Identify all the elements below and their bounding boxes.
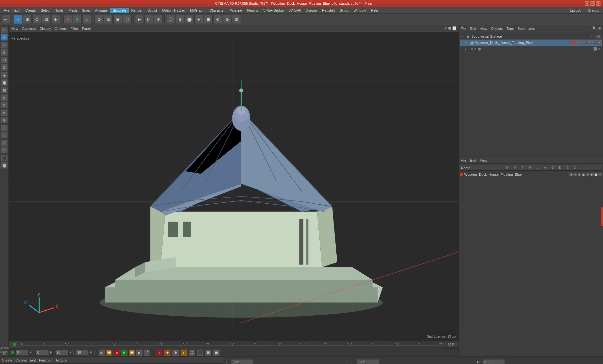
mat-tab-function[interactable]: Function — [39, 358, 52, 362]
sidebar-obj1[interactable]: ⬡ — [1, 56, 8, 63]
vp-tab-display[interactable]: Display — [40, 27, 51, 30]
obj-tab-bookmarks[interactable]: Bookmarks — [518, 27, 535, 30]
menu-window[interactable]: Window — [351, 8, 368, 13]
menu-edit[interactable]: Edit — [12, 8, 23, 13]
stop-btn[interactable]: ⏹ — [113, 349, 120, 356]
sidebar-obj5[interactable]: ▦ — [1, 87, 8, 94]
tool-rotate[interactable]: ⊙ — [32, 15, 41, 24]
menu-script[interactable]: Script — [337, 8, 351, 13]
tool-camera[interactable]: ◈ — [194, 15, 203, 24]
menu-vray[interactable]: V-Ray Bridge — [261, 8, 286, 13]
obj-tab-file[interactable]: File — [461, 27, 466, 30]
menu-select[interactable]: Select — [38, 8, 53, 13]
max-frame-input[interactable] — [56, 350, 68, 356]
expand-subdivision[interactable]: ▾ — [461, 35, 464, 38]
tool-material[interactable]: ⬟ — [204, 15, 213, 24]
sidebar-deform[interactable]: Ⓢ — [1, 139, 8, 146]
go-to-end[interactable]: ⏭ — [136, 349, 143, 356]
sidebar-obj2[interactable]: ⊡ — [1, 64, 8, 71]
play-btn[interactable]: ▶ — [121, 349, 128, 356]
key-all-btn[interactable]: ⊕ — [172, 349, 179, 356]
sidebar-sym[interactable]: ↺ — [1, 147, 8, 154]
close-button[interactable]: ✕ — [596, 1, 600, 6]
menu-snap[interactable]: Snap — [79, 8, 93, 13]
menu-mesh[interactable]: Mesh — [66, 8, 79, 13]
tool-render-settings[interactable]: ⊛ — [154, 15, 163, 24]
sidebar-obj8[interactable]: ⊚ — [1, 109, 8, 116]
tool-sky[interactable]: ⊚ — [223, 15, 231, 24]
tool-floor[interactable]: ⊘ — [213, 15, 222, 24]
vp-tab-options[interactable]: Options — [55, 27, 67, 30]
sidebar-select[interactable]: ↖ — [1, 26, 8, 33]
menu-plugins[interactable]: Plugins — [244, 8, 261, 13]
sidebar-spline[interactable]: ∫ — [1, 124, 8, 131]
timeline-btn[interactable]: ⬛ — [197, 349, 204, 356]
sidebar-nurbs[interactable]: ⌂ — [1, 132, 8, 139]
obj-settings-icon[interactable]: ⚙ — [598, 26, 601, 30]
tool-light[interactable]: ⬤ — [185, 15, 194, 24]
tool-edge-mode[interactable]: ▣ — [113, 15, 122, 24]
vp-maximize-icon[interactable]: ⬜ — [452, 26, 457, 30]
viewport-canvas[interactable]: Perspective — [9, 32, 459, 341]
expand-sky[interactable]: ▸ — [465, 47, 468, 51]
vp-tab-filter[interactable]: Filter — [70, 27, 78, 30]
obj-tab-edit[interactable]: Edit — [470, 27, 476, 30]
tool-z[interactable]: Z — [82, 15, 91, 24]
minimize-button[interactable]: ─ — [585, 1, 589, 6]
tool-add[interactable]: ✚ — [51, 15, 60, 24]
menu-render[interactable]: Render — [129, 8, 145, 13]
motion-clip-btn[interactable]: ► — [180, 349, 187, 356]
sidebar-obj3[interactable]: ◈ — [1, 72, 8, 78]
tool-sphere[interactable]: ⊕ — [176, 15, 184, 24]
sidebar-obj9[interactable]: ⊗ — [1, 117, 8, 124]
obj-tab-view[interactable]: View — [480, 27, 487, 30]
vp-split-icon[interactable]: ⊞ — [448, 26, 451, 30]
tool-transform[interactable]: ⊟ — [42, 15, 51, 24]
menu-mograph[interactable]: MoGraph — [187, 8, 207, 13]
animate-btn[interactable]: ⊙ — [188, 349, 195, 356]
sidebar-obj4[interactable]: ⬤ — [1, 79, 8, 86]
tree-row-sky[interactable]: ▸ ⊚ Sky ✕ — [460, 46, 602, 52]
coord-xr-input[interactable] — [357, 359, 379, 364]
menu-help[interactable]: Help — [368, 8, 381, 13]
tool-object-mode[interactable]: ⊗ — [95, 15, 103, 24]
vp-expand-icon[interactable]: ⤢ — [444, 26, 447, 30]
prev-frame[interactable]: ⏪ — [106, 349, 113, 356]
loop-btn[interactable]: ↺ — [144, 349, 150, 356]
menu-corona[interactable]: Corona — [303, 8, 319, 13]
menu-character[interactable]: Character — [207, 8, 227, 13]
current-frame-input[interactable] — [16, 350, 28, 356]
tool-point-mode[interactable]: ⊡ — [104, 15, 113, 24]
sidebar-move[interactable]: ✛ — [1, 34, 8, 41]
vp-tab-cameras[interactable]: Cameras — [22, 27, 36, 30]
sidebar-mograph[interactable]: ⬛ — [1, 154, 8, 161]
attr-tab-file[interactable]: File — [461, 158, 466, 162]
coord-h-input[interactable] — [483, 359, 505, 364]
menu-sculpt[interactable]: Sculpt — [145, 8, 160, 13]
attr-tab-view[interactable]: View — [480, 158, 487, 162]
record-btn[interactable]: ● — [156, 349, 163, 356]
obj-tab-tags[interactable]: Tags — [507, 27, 514, 30]
tool-render[interactable]: ▷ — [144, 15, 153, 24]
obj-tab-objects[interactable]: Objects — [491, 27, 503, 30]
mat-tab-texture[interactable]: Texture — [55, 358, 67, 362]
menu-pipeline[interactable]: Pipeline — [227, 8, 244, 13]
vp-tab-panel[interactable]: Panel — [82, 27, 91, 30]
tool-render-preview[interactable]: ▶ — [135, 15, 144, 24]
powerslide-btn[interactable]: ⊞ — [205, 349, 212, 356]
menu-3dtoall[interactable]: 3DToAll — [286, 8, 303, 13]
tree-row-duck-house[interactable]: ▾ Wooden_Duck_House_Floating_Blue ◈ — [460, 40, 602, 46]
tool-cube[interactable]: ⬡ — [166, 15, 175, 24]
menu-tools[interactable]: Tools — [53, 8, 66, 13]
motion-path-btn[interactable]: ☰ — [213, 349, 220, 356]
tool-grid[interactable]: ▦ — [232, 15, 241, 24]
menu-file[interactable]: File — [1, 8, 12, 13]
menu-motion-tracker[interactable]: Motion Tracker — [160, 8, 187, 13]
vp-tab-view[interactable]: View — [11, 27, 18, 30]
next-frame[interactable]: ⏩ — [128, 349, 135, 356]
timeline-ruler[interactable]: 0 5 10 15 20 25 30 35 40 — [20, 341, 443, 349]
mat-tab-edit[interactable]: Edit — [30, 358, 36, 362]
layout-value[interactable]: Startup — [586, 8, 602, 13]
coord-x-input[interactable] — [231, 359, 253, 364]
obj-search-icon[interactable]: 🔍 — [592, 26, 597, 30]
